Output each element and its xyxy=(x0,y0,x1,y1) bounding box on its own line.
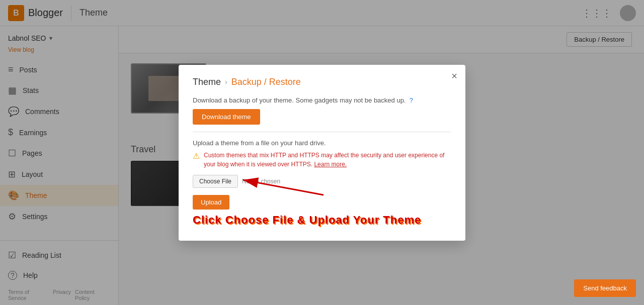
backup-restore-modal: × Theme › Backup / Restore Download a ba… xyxy=(179,65,465,241)
send-feedback-button[interactable]: Send feedback xyxy=(574,279,636,297)
warning-icon: ⚠ xyxy=(193,151,200,161)
download-section-label: Download a backup of your theme. Some ga… xyxy=(193,96,451,104)
learn-more-link[interactable]: Learn more. xyxy=(314,161,347,168)
breadcrumb-current: Backup / Restore xyxy=(231,77,301,87)
breadcrumb-separator: › xyxy=(225,78,227,86)
download-theme-button[interactable]: Download theme xyxy=(193,109,260,125)
annotation-area: Choose File No file chosen Upload Click … xyxy=(193,175,451,227)
warning-text: Custom themes that mix HTTP and HTTPS ma… xyxy=(204,151,451,169)
breadcrumb-root: Theme xyxy=(193,77,221,87)
download-help-icon[interactable]: ? xyxy=(410,97,413,104)
choose-file-button[interactable]: Choose File xyxy=(193,175,238,188)
modal-breadcrumb: Theme › Backup / Restore xyxy=(193,77,451,87)
modal-overlay[interactable]: × Theme › Backup / Restore Download a ba… xyxy=(0,0,644,305)
upload-button[interactable]: Upload xyxy=(193,195,229,210)
upload-section-label: Upload a theme from a file on your hard … xyxy=(193,139,451,147)
file-input-row: Choose File No file chosen xyxy=(193,175,451,188)
arrow-annotation xyxy=(233,170,344,200)
modal-divider-1 xyxy=(193,132,451,132)
annotation-text: Click Choose File & Upload Your Theme xyxy=(193,214,451,227)
warning-box: ⚠ Custom themes that mix HTTP and HTTPS … xyxy=(193,151,451,169)
no-file-label: No file chosen xyxy=(242,178,280,185)
modal-close-button[interactable]: × xyxy=(451,71,457,81)
